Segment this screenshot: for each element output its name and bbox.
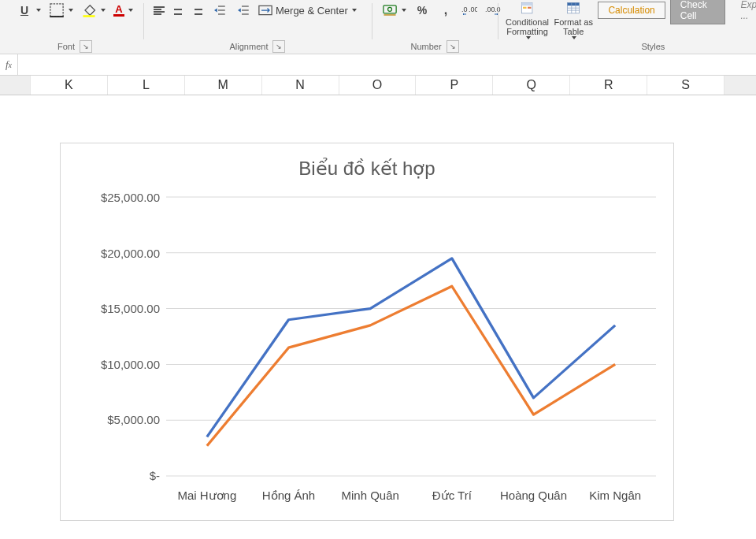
chart-svg	[166, 191, 656, 482]
x-cat: Minh Quân	[329, 489, 411, 503]
chart-plot[interactable]	[166, 191, 656, 482]
cell-style-explanatory[interactable]: Explanatory ...	[730, 0, 756, 24]
percent-button[interactable]: %	[412, 2, 432, 18]
conditional-formatting-label: Conditional Formatting	[506, 17, 549, 36]
merge-center-button[interactable]: Merge & Center	[255, 2, 359, 18]
increase-decimal-icon: .0.00	[461, 2, 477, 18]
group-font: U A Font↘	[6, 2, 143, 54]
col-header[interactable]: N	[262, 76, 339, 95]
x-cat: Đức Trí	[411, 489, 493, 503]
border-button[interactable]	[46, 2, 76, 18]
chart-title[interactable]: Biểu đồ kết hợp	[78, 158, 656, 180]
formula-bar: fx	[0, 54, 756, 76]
svg-text:.00: .00	[485, 6, 495, 13]
svg-rect-19	[523, 7, 526, 9]
format-as-table-label: Format as Table	[554, 17, 593, 36]
accounting-format-button[interactable]	[380, 2, 409, 18]
styles-group-label: Styles	[641, 39, 665, 54]
x-cat: Hồng Ánh	[248, 489, 330, 503]
currency-icon	[382, 2, 398, 18]
column-headers: K L M N O P Q R S	[0, 76, 756, 95]
fill-bucket-icon	[81, 2, 97, 18]
col-header-corner[interactable]	[0, 76, 31, 95]
svg-rect-22	[568, 2, 580, 6]
svg-rect-0	[50, 4, 63, 17]
align-left-button[interactable]	[151, 2, 167, 18]
alignment-dialog-launcher[interactable]: ↘	[272, 40, 285, 53]
svg-rect-12	[384, 14, 396, 16]
x-cat: Hoàng Quân	[493, 489, 575, 503]
conditional-formatting-icon	[518, 2, 537, 16]
align-center-button[interactable]	[170, 2, 186, 18]
format-as-table-button[interactable]: Format as Table	[552, 2, 595, 39]
y-tick: $10,000.00	[78, 358, 160, 371]
y-tick: $5,000.00	[78, 413, 160, 426]
border-icon	[49, 2, 65, 18]
fill-color-button[interactable]	[79, 2, 108, 18]
increase-indent-icon	[234, 2, 250, 18]
cell-style-check-cell[interactable]: Check Cell	[670, 0, 726, 24]
group-alignment: Merge & Center Alignment↘	[143, 2, 372, 54]
col-header[interactable]: R	[570, 76, 647, 95]
svg-rect-18	[521, 2, 532, 6]
chart-object[interactable]: Biểu đồ kết hợp $25,000.00 $20,000.00 $1…	[60, 143, 674, 521]
col-header[interactable]: M	[185, 76, 262, 95]
number-group-label: Number	[410, 42, 441, 51]
formula-input[interactable]	[18, 54, 756, 75]
y-tick: $25,000.00	[78, 191, 160, 204]
svg-text:.0: .0	[461, 6, 468, 13]
cell-style-calculation[interactable]: Calculation	[598, 2, 665, 19]
merge-icon	[258, 2, 273, 18]
comma-button[interactable]: ,	[435, 2, 456, 18]
decrease-indent-icon	[210, 2, 226, 18]
svg-rect-20	[528, 7, 531, 9]
group-styles: Conditional Formatting Format as Table C…	[498, 2, 756, 54]
col-header[interactable]: P	[416, 76, 493, 95]
y-tick: $-	[78, 469, 160, 482]
x-cat: Kim Ngân	[574, 489, 656, 503]
col-header[interactable]: Q	[493, 76, 570, 95]
increase-decimal-button[interactable]: .0.00	[459, 2, 480, 18]
y-tick: $15,000.00	[78, 302, 160, 315]
x-axis-labels: Mai Hương Hồng Ánh Minh Quân Đức Trí Hoà…	[166, 489, 656, 503]
font-group-label: Font	[57, 42, 75, 51]
col-header[interactable]: L	[108, 76, 185, 95]
col-header[interactable]: S	[647, 76, 724, 95]
y-axis-labels: $25,000.00 $20,000.00 $15,000.00 $10,000…	[78, 191, 166, 482]
plot-area[interactable]: $25,000.00 $20,000.00 $15,000.00 $10,000…	[78, 191, 656, 482]
conditional-formatting-button[interactable]: Conditional Formatting	[506, 2, 549, 39]
format-as-table-icon	[564, 2, 583, 16]
fx-icon[interactable]: fx	[0, 54, 18, 75]
ribbon: U A Font↘	[0, 0, 756, 54]
y-tick: $20,000.00	[78, 247, 160, 260]
underline-button[interactable]: U	[14, 2, 43, 18]
decrease-indent-button[interactable]	[208, 2, 228, 18]
font-color-button[interactable]: A	[111, 2, 135, 18]
worksheet-area[interactable]: Biểu đồ kết hợp $25,000.00 $20,000.00 $1…	[0, 95, 756, 537]
font-dialog-launcher[interactable]: ↘	[80, 40, 92, 53]
align-right-button[interactable]	[189, 2, 205, 18]
x-cat: Mai Hương	[166, 489, 248, 503]
increase-indent-button[interactable]	[232, 2, 252, 18]
svg-text:.00: .00	[469, 6, 477, 13]
merge-center-label: Merge & Center	[276, 5, 348, 17]
alignment-group-label: Alignment	[230, 42, 269, 51]
svg-rect-10	[384, 6, 396, 13]
svg-rect-2	[83, 15, 95, 17]
col-header[interactable]: O	[339, 76, 417, 95]
col-header[interactable]: K	[31, 76, 108, 95]
svg-point-11	[388, 7, 392, 11]
col-header-end	[724, 76, 756, 95]
group-number: % , .0.00 .00.0 Number↘	[372, 2, 498, 54]
number-dialog-launcher[interactable]: ↘	[447, 40, 459, 53]
